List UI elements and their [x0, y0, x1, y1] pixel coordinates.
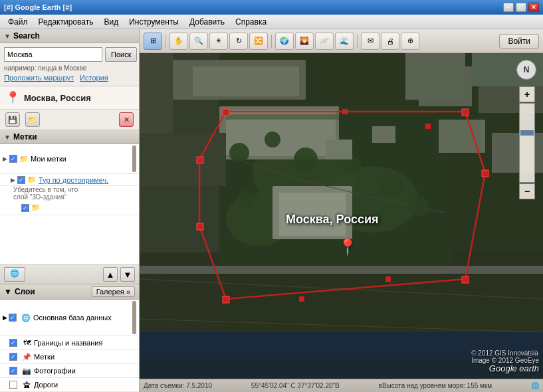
status-icon: 🌐	[531, 382, 539, 389]
expand-icon: ▶	[3, 155, 7, 162]
minimize-button[interactable]: ─	[503, 3, 514, 12]
svg-rect-31	[326, 140, 352, 159]
layer-item-1[interactable]: ✓ 🗺 Границы и названия	[0, 336, 139, 350]
zoom-in-button[interactable]: +	[519, 86, 535, 102]
layer1-icon: 🗺	[21, 338, 32, 348]
marks-item-mymarks[interactable]: ▶ ✓ 📁 Мои метки	[0, 144, 139, 174]
title-bar: [#] Google Earth [#] ─ □ ✕	[0, 0, 543, 15]
search-result-item[interactable]: 📍 Москва, Россия	[0, 86, 139, 110]
marks-item-tour[interactable]: ▶ ✓ 📁 Тур по достопримеч.	[0, 174, 139, 186]
layer-item-0[interactable]: ▶ ✓ 🌐 Основная база данных	[0, 300, 139, 336]
window-title: [#] Google Earth [#]	[4, 3, 72, 11]
pin-icon: 📍	[5, 90, 20, 105]
marks-section-header[interactable]: ▼ Метки	[0, 130, 139, 144]
layer2-checkbox[interactable]: ✓	[9, 353, 17, 361]
map-area: ⊞ ✋ 🔍 ☀ ↻ 🔀 🌍 🌄 🪐 🌊 ✉ 🖨 ⊕ Войти	[140, 29, 543, 392]
search-section-header[interactable]: ▼ Search	[0, 29, 139, 43]
list-scrollbar[interactable]	[132, 146, 136, 172]
layer2-icon: 📌	[21, 351, 32, 362]
status-coords: 55°45'02.04" С 37°37'02.20"В	[251, 382, 340, 389]
search-row: Поиск	[4, 47, 135, 62]
map-tool-zoom-in[interactable]: 🔍	[189, 33, 208, 50]
layers-scrollbar[interactable]	[132, 301, 136, 334]
nav-down-button[interactable]: ▼	[120, 267, 135, 282]
map-tool-ocean[interactable]: 🌊	[335, 33, 354, 50]
svg-point-25	[294, 147, 318, 171]
google-earth-logo: Google earth	[489, 363, 539, 373]
map-tool-share[interactable]: ⊕	[401, 33, 419, 50]
map-tool-home[interactable]: ⊞	[144, 33, 162, 50]
layer0-checkbox[interactable]: ✓	[9, 314, 17, 322]
zoom-slider[interactable]	[519, 103, 535, 183]
menu-edit[interactable]: Редактировать	[33, 16, 99, 28]
globe-nav-button[interactable]: 🌐	[4, 267, 25, 282]
map-tool-hand[interactable]: ✋	[169, 33, 188, 50]
tour-folder-icon: 📁	[27, 175, 37, 184]
nav-up-button[interactable]: ▲	[103, 267, 118, 282]
login-button[interactable]: Войти	[499, 34, 539, 49]
toolbar-separator-3	[357, 35, 358, 48]
search-input[interactable]	[4, 47, 102, 62]
menu-view[interactable]: Вид	[98, 16, 124, 28]
search-area: Поиск например: пицца в Москве Проложить…	[0, 43, 139, 86]
close-button[interactable]: ✕	[528, 3, 539, 12]
map-tool-planet[interactable]: 🪐	[315, 33, 334, 50]
tour-hint1: Убедитесь в том, что	[0, 186, 139, 193]
svg-rect-4	[193, 66, 299, 96]
layer1-checkbox[interactable]: ✓	[9, 339, 17, 347]
tour-label: Тур по достопримеч.	[39, 176, 136, 184]
close-icon-button[interactable]: ✕	[119, 112, 134, 127]
marks-section: ▼ Метки ▶ ✓ 📁 Мои метки ▶ ✓ 📁 Тур по до	[0, 130, 139, 284]
map-tool-email[interactable]: ✉	[361, 33, 380, 50]
save-icon-button[interactable]: 💾	[5, 112, 20, 127]
history-link[interactable]: История	[80, 74, 108, 82]
menu-help[interactable]: Справка	[230, 16, 272, 28]
svg-point-26	[343, 157, 362, 175]
tour-expand-icon: ▶	[11, 177, 15, 183]
sidebar: ▼ Search Поиск например: пицца в Москве …	[0, 29, 140, 392]
result-name: Москва, Россия	[24, 93, 91, 103]
zoom-controls: + −	[519, 86, 535, 199]
layers-arrow-icon: ▼	[4, 287, 12, 296]
tour-hint2: слой "3D-здания"	[0, 193, 139, 201]
map-tool-rotate[interactable]: ↻	[229, 33, 248, 50]
layer4-checkbox[interactable]	[9, 381, 17, 389]
marks-item-extra[interactable]: ✓ 📁	[0, 201, 139, 215]
maximize-button[interactable]: □	[516, 3, 526, 12]
menu-add[interactable]: Добавить	[184, 16, 230, 28]
layers-title: ▼ Слои	[4, 287, 35, 296]
menu-file[interactable]: Файл	[3, 16, 33, 28]
map-toolbar: ⊞ ✋ 🔍 ☀ ↻ 🔀 🌍 🌄 🪐 🌊 ✉ 🖨 ⊕ Войти	[140, 29, 543, 53]
map-tool-sky[interactable]: 🌄	[295, 33, 314, 50]
map-tool-sun[interactable]: ☀	[209, 33, 228, 50]
mymarks-checkbox[interactable]: ✓	[9, 155, 17, 163]
layer3-checkbox[interactable]: ✓	[9, 367, 17, 375]
gallery-button[interactable]: Галерея »	[92, 286, 135, 297]
layer4-icon: 🛣	[21, 379, 32, 390]
map-tool-route[interactable]: 🔀	[249, 33, 268, 50]
layer-item-2[interactable]: ✓ 📌 Метки	[0, 350, 139, 364]
search-button[interactable]: Поиск	[105, 47, 137, 62]
layer0-label: Основная база данных	[33, 314, 112, 322]
map-viewport[interactable]: Москва, Россия 📍 N + − © 2012 GIS Innova…	[140, 53, 543, 379]
search-arrow-icon: ▼	[4, 33, 11, 40]
tour-checkbox[interactable]: ✓	[17, 176, 25, 184]
map-tool-print[interactable]: 🖨	[381, 33, 399, 50]
layers-header: ▼ Слои Галерея »	[0, 284, 139, 300]
map-satellite-image	[140, 53, 543, 379]
map-pin[interactable]: 📍	[338, 238, 358, 256]
menu-tools[interactable]: Инструменты	[124, 16, 184, 28]
layer-item-4[interactable]: 🛣 Дороги	[0, 378, 139, 392]
extra-checkbox[interactable]: ✓	[21, 204, 29, 212]
svg-point-27	[381, 175, 403, 197]
marks-title: Метки	[13, 132, 37, 142]
layer-item-3[interactable]: ✓ 📷 Фотографии	[0, 364, 139, 378]
map-tool-earth[interactable]: 🌍	[275, 33, 294, 50]
folder-icon-button[interactable]: 📁	[25, 112, 40, 127]
svg-rect-10	[279, 193, 346, 236]
route-link[interactable]: Проложить маршрут	[4, 74, 74, 82]
north-label: N	[524, 65, 530, 74]
extra-folder-icon: 📁	[31, 203, 41, 212]
layer3-label: Фотографии	[34, 367, 76, 375]
zoom-out-button[interactable]: −	[519, 183, 535, 199]
